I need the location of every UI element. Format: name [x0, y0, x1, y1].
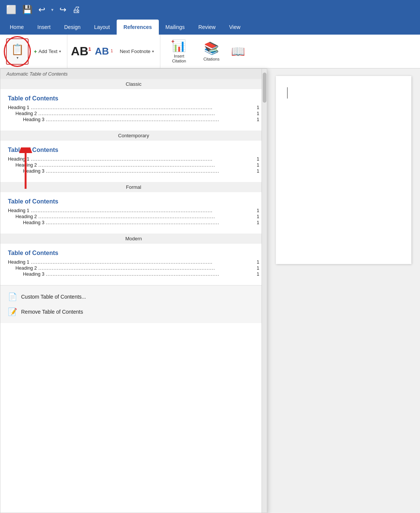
insert-citation-label: InsertCitation	[172, 54, 186, 64]
table-row: Heading 3 ..............................…	[8, 168, 259, 174]
save-icon[interactable]: 💾	[22, 5, 32, 15]
ribbon-toolbar: 📋 ▾ + Add Text ▾ AB1 AB 1 Next Footnote …	[0, 35, 420, 68]
classic-toc-title: Table of Contents	[8, 95, 259, 102]
table-of-contents-button[interactable]: 📋 ▾	[6, 38, 29, 65]
formal-toc-title: Table of Contents	[8, 198, 259, 205]
custom-toc-icon: 📄	[8, 292, 17, 301]
modern-section-label: Modern	[0, 234, 267, 244]
remove-toc-action[interactable]: 📝 Remove Table of Contents	[6, 304, 261, 319]
tab-layout[interactable]: Layout	[87, 20, 117, 35]
table-row: Heading 3 ..............................…	[8, 117, 259, 122]
bottom-actions: 📄 Custom Table of Contents... 📝 Remove T…	[0, 285, 267, 323]
toc-group: 📋 ▾ + Add Text ▾	[3, 35, 67, 68]
ab-superscript: 1	[88, 46, 91, 52]
modern-toc-title: Table of Contents	[8, 250, 259, 256]
table-row: Heading 1 ..............................…	[8, 105, 259, 110]
classic-section-label: Classic	[0, 79, 267, 89]
table-row: Heading 2 ..............................…	[8, 111, 259, 116]
print-icon[interactable]: 🖨	[72, 5, 81, 15]
document-page	[276, 76, 411, 264]
citations-label: Citations	[203, 57, 219, 62]
next-footnote-button[interactable]: Next Footnote ▾	[117, 47, 157, 56]
next-footnote-label: Next Footnote	[120, 49, 151, 54]
ribbon-tabs: Home Insert Design Layout References Mai…	[0, 20, 420, 35]
table-row: Heading 1 ..............................…	[8, 260, 259, 265]
citations-button[interactable]: 📚 Citations	[196, 39, 227, 63]
custom-toc-action[interactable]: 📄 Custom Table of Contents...	[6, 289, 261, 304]
contemporary-toc-section[interactable]: Table of Contents Heading 1 ............…	[0, 141, 267, 182]
table-row: Heading 1 ..............................…	[8, 208, 259, 213]
toc-icon: 📋	[11, 43, 24, 56]
table-row: Heading 2 ..............................…	[8, 266, 259, 271]
footnote-icon: AB	[95, 46, 109, 57]
ab-large: AB1	[71, 44, 91, 58]
tab-mailings[interactable]: Mailings	[159, 20, 192, 35]
remove-toc-label: Remove Table of Contents	[21, 309, 83, 315]
tab-review[interactable]: Review	[192, 20, 222, 35]
footnote-dropdown-arrow: ▾	[152, 49, 154, 53]
insert-citation-button[interactable]: 📊 + InsertCitation	[164, 38, 194, 65]
insert-footnote-button[interactable]: AB 1	[93, 44, 114, 59]
tab-view[interactable]: View	[222, 20, 247, 35]
redo-icon[interactable]: ↪	[59, 5, 66, 15]
insert-citation-plus: +	[171, 38, 174, 44]
remove-toc-icon: 📝	[8, 307, 17, 316]
undo-icon[interactable]: ↩	[38, 5, 45, 15]
formal-toc-section[interactable]: Table of Contents Heading 1 ............…	[0, 192, 267, 234]
tab-references[interactable]: References	[117, 20, 159, 35]
scrollbar-thumb[interactable]	[263, 73, 266, 103]
manage-sources-button[interactable]: 📖	[229, 43, 247, 59]
citations-icon: 📚	[204, 41, 219, 55]
table-row: Heading 1 ..............................…	[8, 156, 259, 162]
manage-sources-icon: 📖	[231, 45, 245, 58]
scrollbar-track[interactable]	[262, 69, 267, 513]
toc-dropdown-arrow: ▾	[17, 56, 18, 60]
main-area: Automatic Table of Contents Classic Tabl…	[0, 68, 420, 513]
document-icon[interactable]: ⬜	[6, 5, 16, 15]
table-row: Heading 3 ..............................…	[8, 272, 259, 277]
toc-dropdown-panel[interactable]: Automatic Table of Contents Classic Tabl…	[0, 68, 267, 513]
tab-home[interactable]: Home	[3, 20, 30, 35]
table-row: Heading 2 ..............................…	[8, 162, 259, 168]
classic-toc-section[interactable]: Table of Contents Heading 1 ............…	[0, 89, 267, 131]
contemporary-section-label: Contemporary	[0, 131, 267, 141]
document-area	[267, 68, 420, 513]
table-row: Heading 3 ..............................…	[8, 220, 259, 225]
undo-dropdown[interactable]: ▾	[51, 7, 53, 12]
table-row: Heading 2 ..............................…	[8, 214, 259, 219]
footnote-superscript: 1	[111, 49, 113, 53]
dropdown-header: Automatic Table of Contents	[0, 69, 267, 79]
custom-toc-label: Custom Table of Contents...	[21, 294, 86, 300]
tab-design[interactable]: Design	[57, 20, 87, 35]
contemporary-toc-title: Table of Contents	[8, 147, 259, 153]
text-cursor	[287, 87, 288, 99]
add-text-button[interactable]: + Add Text ▾	[31, 47, 64, 56]
title-bar: ⬜ 💾 ↩ ▾ ↪ 🖨	[0, 0, 420, 20]
formal-section-label: Formal	[0, 182, 267, 192]
tab-insert[interactable]: Insert	[30, 20, 57, 35]
citations-group: 📊 + InsertCitation 📚 Citations 📖	[161, 35, 250, 68]
footnote-group: AB1 AB 1 Next Footnote ▾	[68, 35, 160, 68]
modern-toc-section[interactable]: Table of Contents Heading 1 ............…	[0, 244, 267, 285]
add-text-plus-icon: +	[34, 49, 37, 55]
add-text-label: Add Text	[38, 49, 57, 54]
add-text-dropdown-arrow: ▾	[59, 49, 61, 53]
